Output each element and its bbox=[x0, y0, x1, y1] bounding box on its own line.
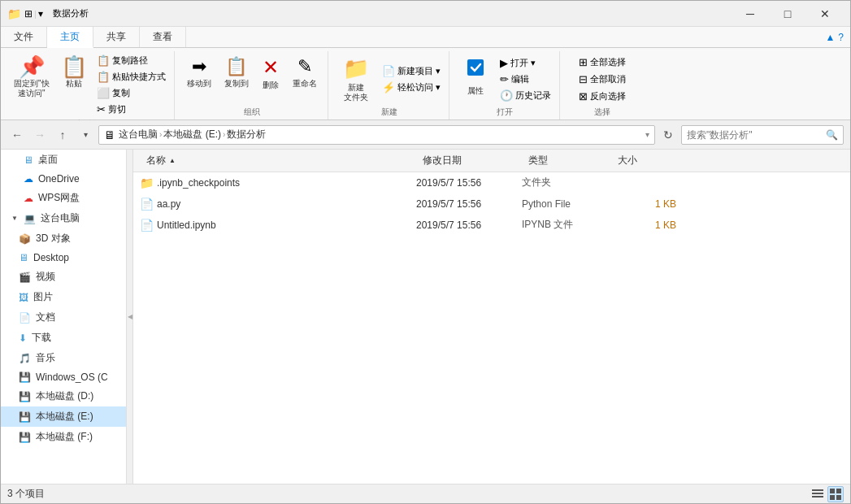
selectall-button[interactable]: ⊞ 全部选择 bbox=[575, 54, 629, 70]
sidebar-item-downloads[interactable]: ⬇ 下载 bbox=[1, 328, 126, 348]
sidebar-label-music: 音乐 bbox=[36, 351, 55, 365]
copy-icon: ⬜ bbox=[97, 87, 110, 99]
grid-view-icon bbox=[830, 489, 841, 500]
address-bar[interactable]: 🖥 这台电脑 › 本地磁盘 (E:) › 数据分析 ▾ bbox=[98, 125, 655, 145]
properties-button[interactable]: 属性 bbox=[456, 53, 495, 96]
onedrive-icon: ☁ bbox=[24, 173, 33, 185]
crumb-thispc[interactable]: 这台电脑 bbox=[119, 128, 158, 141]
windows-icon: 💾 bbox=[19, 371, 31, 383]
crumb-drive[interactable]: 本地磁盘 (E:) bbox=[163, 128, 221, 141]
forward-button[interactable]: → bbox=[30, 125, 50, 145]
newitem-button[interactable]: 📄 新建项目 ▾ bbox=[379, 63, 444, 79]
view-list-button[interactable] bbox=[810, 486, 826, 502]
file-size-untitled: 1 KB bbox=[611, 219, 676, 231]
sidebar: 🖥 桌面 ☁ OneDrive ☁ WPS网盘 ▼ 💻 这台电脑 📦 3D 对象… bbox=[1, 150, 127, 484]
maximize-button[interactable]: □ bbox=[769, 1, 806, 27]
qa-icons: ⊞ | ▾ bbox=[24, 8, 43, 20]
easyaccess-button[interactable]: ⚡ 轻松访问 ▾ bbox=[379, 80, 444, 95]
pin-button[interactable]: 📌 固定到"快速访问" bbox=[9, 53, 54, 98]
rename-button[interactable]: ✎ 重命名 bbox=[287, 53, 323, 89]
sidebar-item-drived[interactable]: 💾 本地磁盘 (D:) bbox=[1, 386, 126, 406]
invertsel-icon: ⊠ bbox=[579, 90, 588, 102]
search-bar[interactable]: 🔍 bbox=[681, 125, 844, 145]
paste-button[interactable]: 📋 粘贴 bbox=[56, 53, 92, 89]
svg-rect-5 bbox=[836, 489, 841, 493]
invertsel-button[interactable]: ⊠ 反向选择 bbox=[575, 89, 629, 104]
view-controls bbox=[810, 486, 844, 502]
qa-separator: | bbox=[34, 9, 37, 19]
tab-share[interactable]: 共享 bbox=[93, 27, 140, 47]
sidebar-item-videos[interactable]: 🎬 视频 bbox=[1, 267, 126, 287]
view-grid-button[interactable] bbox=[827, 486, 844, 502]
tab-view[interactable]: 查看 bbox=[140, 27, 186, 47]
minimize-button[interactable]: ─ bbox=[732, 1, 769, 27]
header-type[interactable]: 类型 bbox=[522, 154, 611, 167]
header-name[interactable]: 名称 ▲ bbox=[140, 154, 416, 167]
header-size[interactable]: 大小 bbox=[611, 154, 676, 167]
copy-button[interactable]: ⬜ 复制 bbox=[93, 85, 169, 101]
ribbon-up-icon[interactable]: ▲ bbox=[825, 32, 835, 43]
crumb-folder[interactable]: 数据分析 bbox=[227, 128, 266, 141]
ipynb-file-icon: 📄 bbox=[140, 219, 154, 232]
help-icon[interactable]: ? bbox=[838, 32, 844, 43]
svg-rect-3 bbox=[812, 496, 823, 497]
open-items: 属性 ▶ 打开 ▾ ✏ 编辑 🕐 历史记录 bbox=[456, 51, 554, 105]
title-bar: 📁 ⊞ | ▾ 数据分析 ─ □ ✕ bbox=[1, 1, 850, 27]
sidebar-item-drivef[interactable]: 💾 本地磁盘 (F:) bbox=[1, 427, 126, 447]
back-button[interactable]: ← bbox=[7, 125, 27, 145]
sidebar-item-pictures[interactable]: 🖼 图片 bbox=[1, 287, 126, 307]
thispc-icon: 💻 bbox=[24, 213, 36, 224]
sidebar-item-thispc[interactable]: ▼ 💻 这台电脑 bbox=[1, 208, 126, 228]
quick-access-toolbar: 📁 ⊞ | ▾ 数据分析 bbox=[7, 7, 89, 20]
moveto-button[interactable]: ➡ 移动到 bbox=[181, 53, 217, 89]
sidebar-item-wps[interactable]: ☁ WPS网盘 bbox=[1, 188, 126, 208]
history-button[interactable]: 🕐 历史记录 bbox=[497, 88, 554, 103]
copypath-button[interactable]: 📋 复制路径 bbox=[93, 53, 169, 68]
address-dropdown-icon[interactable]: ▾ bbox=[645, 130, 649, 139]
open-button[interactable]: ▶ 打开 ▾ bbox=[497, 55, 554, 71]
sidebar-label-desktop2: Desktop bbox=[33, 252, 69, 263]
sidebar-item-desktop2[interactable]: 🖥 Desktop bbox=[1, 249, 126, 267]
sidebar-item-onedrive[interactable]: ☁ OneDrive bbox=[1, 170, 126, 188]
tab-home[interactable]: 主页 bbox=[47, 27, 93, 48]
copyto-icon: 📋 bbox=[225, 56, 247, 77]
recent-button[interactable]: ▾ bbox=[76, 125, 95, 145]
up-button[interactable]: ↑ bbox=[53, 125, 72, 145]
table-row[interactable]: 📄 Untitled.ipynb 2019/5/7 15:56 IPYNB 文件… bbox=[133, 215, 850, 236]
search-input[interactable] bbox=[687, 129, 823, 141]
search-icon[interactable]: 🔍 bbox=[826, 129, 838, 141]
copyto-button[interactable]: 📋 复制到 bbox=[219, 53, 254, 89]
newfolder-button[interactable]: 📁 新建文件夹 bbox=[335, 53, 377, 102]
ribbon-tabs: 文件 主页 共享 查看 ▲ ? bbox=[1, 27, 850, 48]
newitem-icon: 📄 bbox=[382, 65, 395, 77]
selectnone-button[interactable]: ⊟ 全部取消 bbox=[575, 72, 629, 87]
sidebar-resize[interactable]: ◀ bbox=[127, 150, 133, 484]
file-size-aapy: 1 KB bbox=[611, 198, 676, 210]
sidebar-label-pictures: 图片 bbox=[33, 290, 53, 304]
header-date[interactable]: 修改日期 bbox=[416, 154, 522, 167]
svg-rect-2 bbox=[812, 493, 823, 494]
sidebar-item-music[interactable]: 🎵 音乐 bbox=[1, 348, 126, 368]
rename-icon: ✎ bbox=[297, 56, 312, 77]
list-view-icon bbox=[812, 489, 823, 500]
sidebar-item-documents[interactable]: 📄 文档 bbox=[1, 307, 126, 328]
edit-button[interactable]: ✏ 编辑 bbox=[497, 72, 554, 87]
sidebar-item-drive[interactable]: 💾 本地磁盘 (E:) bbox=[1, 406, 126, 427]
tab-file[interactable]: 文件 bbox=[1, 27, 47, 47]
qa-icon-1[interactable]: ⊞ bbox=[24, 8, 33, 20]
sidebar-item-3dobjects[interactable]: 📦 3D 对象 bbox=[1, 228, 126, 249]
sidebar-item-desktop[interactable]: 🖥 桌面 bbox=[1, 150, 126, 170]
refresh-button[interactable]: ↻ bbox=[658, 125, 678, 145]
close-button[interactable]: ✕ bbox=[806, 1, 844, 27]
file-date-aapy: 2019/5/7 15:56 bbox=[416, 198, 522, 210]
sidebar-item-windows[interactable]: 💾 Windows_OS (C bbox=[1, 368, 126, 386]
sidebar-toggle-thispc: ▼ bbox=[11, 215, 19, 223]
delete-button[interactable]: ✕ 删除 bbox=[256, 53, 285, 90]
pasteshortcut-button[interactable]: 📋 粘贴快捷方式 bbox=[93, 69, 169, 85]
table-row[interactable]: 📁 .ipynb_checkpoints 2019/5/7 15:56 文件夹 bbox=[133, 172, 850, 193]
table-row[interactable]: 📄 aa.py 2019/5/7 15:56 Python File 1 KB bbox=[133, 193, 850, 215]
open-label: 打开 bbox=[497, 105, 513, 119]
cut-button[interactable]: ✂ 剪切 bbox=[93, 102, 169, 117]
qa-icon-2[interactable]: ▾ bbox=[38, 8, 43, 20]
copy-cut-col: 📋 复制路径 📋 粘贴快捷方式 ⬜ 复制 ✂ 剪切 bbox=[93, 53, 169, 117]
